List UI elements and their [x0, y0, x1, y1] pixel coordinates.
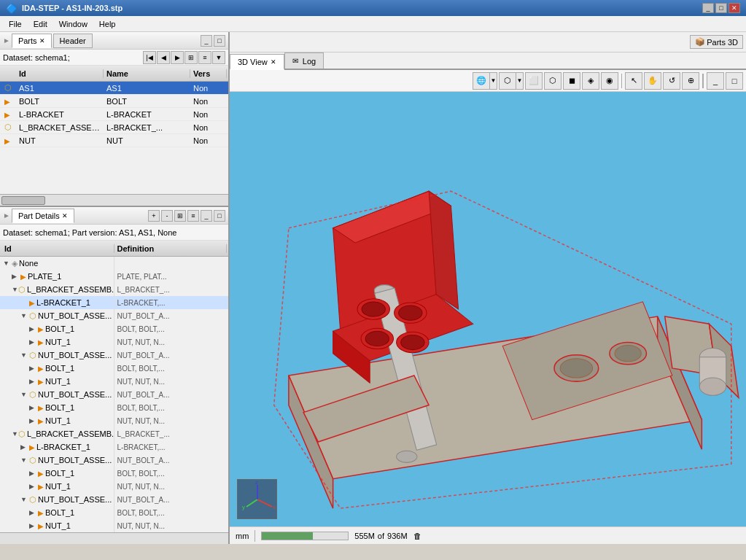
minimize-parts-btn[interactable]: _ — [201, 35, 212, 47]
tab-parts[interactable]: Parts ✕ — [12, 34, 52, 48]
box-select-btn[interactable]: ⬜ — [525, 72, 543, 90]
table-row[interactable]: ⬡ AS1 AS1 Non — [0, 82, 228, 95]
tree-row-nutbolt4[interactable]: ▼ ⬡ NUT_BOLT_ASSE... NUT_BOLT_A... — [0, 454, 228, 467]
maximize-button[interactable]: □ — [715, 3, 727, 13]
nav-menu[interactable]: ▼ — [212, 51, 225, 64]
parts-table-header: Id Name Vers — [0, 66, 228, 82]
render-btn[interactable]: ◉ — [601, 72, 618, 90]
tree-row-nutbolt2[interactable]: ▼ ⬡ NUT_BOLT_ASSE... NUT_BOLT_A... — [0, 349, 228, 362]
tree-row-lbracket1b[interactable]: ▶ ▶ L-BRACKET_1 L-BRACKET,... — [0, 440, 228, 454]
tree-row-nut1b[interactable]: ▶ ▶ NUT_1 NUT, NUT, N... — [0, 375, 228, 388]
wireframe-btn[interactable]: ⬡ — [544, 72, 562, 90]
tree-row-nutbolt3[interactable]: ▼ ⬡ NUT_BOLT_ASSE... NUT_BOLT_A... — [0, 388, 228, 401]
table-row[interactable]: ▶ NUT NUT Non — [0, 134, 228, 147]
scroll-thumb[interactable] — [1, 196, 45, 205]
memory-fill — [262, 532, 313, 540]
tree-row-nut1a[interactable]: ▶ ▶ NUT_1 NUT, NUT, N... — [0, 335, 228, 349]
nav-cols[interactable]: ≡ — [198, 51, 211, 64]
row-name: AS1 — [104, 84, 190, 93]
tree-row-bolt1c[interactable]: ▶ ▶ BOLT_1 BOLT, BOLT,... — [0, 401, 228, 414]
parts-scrollbar[interactable] — [0, 194, 228, 206]
tree-row-nutbolt1[interactable]: ▼ ⬡ NUT_BOLT_ASSE... NUT_BOLT_A... — [0, 309, 228, 322]
minimize-button[interactable]: _ — [702, 3, 714, 13]
svg-point-17 — [365, 331, 389, 346]
expand-icon: ▶ — [29, 417, 38, 424]
minimize-view-btn[interactable]: _ — [707, 72, 724, 90]
assembly-icon: ⬡ — [29, 456, 36, 465]
details-scrollbar[interactable] — [0, 532, 228, 544]
maximize-parts-btn[interactable]: □ — [214, 35, 225, 47]
cube-btn[interactable]: ⬡ — [499, 72, 516, 90]
tree-row-plate[interactable]: ▶ ▶ PLATE_1 PLATE, PLAT... — [0, 270, 228, 283]
tree-row-nut1d[interactable]: ▶ ▶ NUT_1 NUT, NUT, N... — [0, 480, 228, 493]
expand-icon: ▶ — [29, 404, 38, 411]
nav-first[interactable]: |◀ — [143, 51, 156, 64]
row-icon-cell: ▶ — [1, 136, 16, 145]
menu-edit[interactable]: Edit — [28, 18, 53, 30]
close-button[interactable]: ✕ — [728, 3, 740, 13]
label: L_BRACKET_ASSEMB... — [26, 429, 114, 438]
nav-play[interactable]: ▶ — [171, 51, 184, 64]
tree-row-bolt1b[interactable]: ▶ ▶ BOLT_1 BOLT, BOLT,... — [0, 362, 228, 375]
menu-file[interactable]: File — [3, 18, 28, 30]
cube-arrow[interactable]: ▼ — [516, 72, 524, 90]
close-parts-tab[interactable]: ✕ — [39, 37, 45, 44]
trash-btn[interactable]: 🗑 — [413, 532, 421, 540]
definition-cell: NUT, NUT, N... — [114, 522, 229, 530]
row-id: L_BRACKET_ASSEMBLY — [16, 123, 104, 132]
tab-part-details[interactable]: Part Details ✕ — [12, 209, 74, 223]
add-btn[interactable]: + — [148, 210, 160, 222]
globe-btn[interactable]: 🌐 — [473, 72, 490, 90]
table-row[interactable]: ▶ BOLT BOLT Non — [0, 95, 228, 108]
maximize-details-btn[interactable]: □ — [214, 210, 225, 222]
tree-row-lbracket-asm2[interactable]: ▼ ⬡ L_BRACKET_ASSEMB... L_BRACKET_... — [0, 427, 228, 440]
definition-cell: BOLT, BOLT,... — [114, 365, 229, 373]
tree-row-bolt1e[interactable]: ▶ ▶ BOLT_1 BOLT, BOLT,... — [0, 506, 228, 519]
left-panel: ► Parts ✕ Header _ □ Dataset: schema1; — [0, 32, 230, 544]
definition-cell: NUT_BOLT_A... — [114, 496, 229, 504]
svg-point-29 — [699, 378, 726, 395]
table-row[interactable]: ▶ L-BRACKET L-BRACKET Non — [0, 108, 228, 121]
expand-icon: ▼ — [20, 391, 29, 398]
row-vers: Non — [190, 136, 227, 145]
globe-arrow[interactable]: ▼ — [490, 72, 497, 90]
canvas-3d[interactable]: x y z — [230, 92, 746, 526]
shaded-btn[interactable]: ◼ — [563, 72, 580, 90]
table-row[interactable]: ⬡ L_BRACKET_ASSEMBLY L-BRACKET_... Non — [0, 121, 228, 134]
tab-log[interactable]: ✉ Log — [284, 52, 324, 69]
svg-point-13 — [362, 302, 385, 316]
cols-btn[interactable]: ≡ — [187, 210, 199, 222]
select-btn[interactable]: ↖ — [625, 72, 642, 90]
tree-row-root[interactable]: ▼ ◈ None — [0, 257, 228, 270]
nav-filter[interactable]: ⊞ — [184, 51, 198, 64]
tree-row-bolt1d[interactable]: ▶ ▶ BOLT_1 BOLT, BOLT,... — [0, 467, 228, 480]
label: NUT_1 — [44, 482, 71, 491]
tree-row-nut1c[interactable]: ▶ ▶ NUT_1 NUT, NUT, N... — [0, 414, 228, 427]
tree-row-lbracket-asm1[interactable]: ▼ ⬡ L_BRACKET_ASSEMB... L_BRACKET_... — [0, 283, 228, 296]
tree-row-nut1e[interactable]: ▶ ▶ NUT_1 NUT, NUT, N... — [0, 519, 228, 532]
definition-cell: NUT, NUT, N... — [114, 378, 229, 386]
rotate-btn[interactable]: ↺ — [663, 72, 680, 90]
pan-btn[interactable]: ✋ — [644, 72, 661, 90]
remove-btn[interactable]: - — [161, 210, 173, 222]
tab-3d-view[interactable]: 3D View ✕ — [230, 54, 284, 70]
details-panel-controls: + - ⊞ ≡ _ □ — [148, 210, 225, 222]
filter-btn[interactable]: ⊞ — [174, 210, 186, 222]
tab-header[interactable]: Header — [53, 34, 93, 48]
xray-btn[interactable]: ◈ — [582, 72, 599, 90]
menu-help[interactable]: Help — [93, 18, 122, 30]
part-icon: ▶ — [38, 404, 44, 412]
menu-window[interactable]: Window — [53, 18, 93, 30]
close-3d-tab[interactable]: ✕ — [271, 58, 276, 66]
tree-row-lbracket1-highlighted[interactable]: ▶ L-BRACKET_1 L-BRACKET,... — [0, 296, 228, 309]
row-name: L-BRACKET_... — [104, 123, 190, 132]
close-details-tab[interactable]: ✕ — [62, 212, 68, 219]
minimize-details-btn[interactable]: _ — [201, 210, 212, 222]
zoom-btn[interactable]: ⊕ — [682, 72, 699, 90]
row-name: BOLT — [104, 97, 190, 106]
parts-3d-button[interactable]: 📦 Parts 3D — [690, 35, 743, 49]
tree-row-nutbolt5[interactable]: ▼ ⬡ NUT_BOLT_ASSE... NUT_BOLT_A... — [0, 493, 228, 506]
nav-prev[interactable]: ◀ — [157, 51, 170, 64]
maximize-view-btn[interactable]: □ — [726, 72, 743, 90]
tree-row-bolt1a[interactable]: ▶ ▶ BOLT_1 BOLT, BOLT,... — [0, 322, 228, 335]
